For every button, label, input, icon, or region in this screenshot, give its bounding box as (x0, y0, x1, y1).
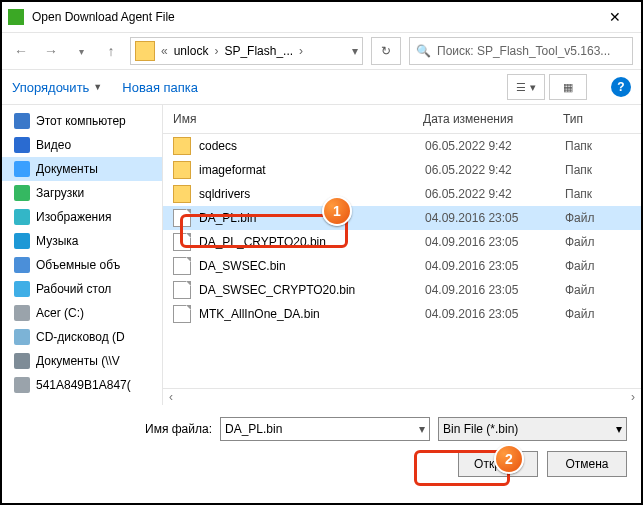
sidebar-item[interactable]: Музыка (2, 229, 162, 253)
organize-label: Упорядочить (12, 80, 89, 95)
file-type: Файл (565, 307, 641, 321)
sidebar: Этот компьютерВидеоДокументыЗагрузкиИзоб… (2, 105, 163, 405)
sidebar-item[interactable]: Этот компьютер (2, 109, 162, 133)
sidebar-item[interactable]: Видео (2, 133, 162, 157)
file-icon (173, 305, 191, 323)
list-item[interactable]: DA_SWSEC.bin04.09.2016 23:05Файл (163, 254, 641, 278)
folder-icon (173, 161, 191, 179)
sidebar-label: Acer (C:) (36, 306, 84, 320)
cancel-button[interactable]: Отмена (547, 451, 627, 477)
sidebar-item[interactable]: Документы (\\V (2, 349, 162, 373)
list-rows: codecs06.05.2022 9:42Папкimageformat06.0… (163, 134, 641, 388)
sidebar-item[interactable]: 541A849B1A847( (2, 373, 162, 397)
folder-icon (173, 185, 191, 203)
file-icon (173, 281, 191, 299)
sidebar-item[interactable]: Документы (2, 157, 162, 181)
list-item[interactable]: DA_PL_CRYPTO20.bin04.09.2016 23:05Файл (163, 230, 641, 254)
sidebar-icon (14, 305, 30, 321)
file-name: imageformat (199, 163, 425, 177)
file-type: Файл (565, 211, 641, 225)
search-box[interactable]: 🔍 Поиск: SP_Flash_Tool_v5.163... (409, 37, 633, 65)
chevron-down-icon[interactable]: ▾ (419, 422, 425, 436)
file-icon (173, 233, 191, 251)
folder-icon (173, 137, 191, 155)
sidebar-item[interactable]: Объемные объ (2, 253, 162, 277)
sidebar-label: 541A849B1A847( (36, 378, 131, 392)
help-button[interactable]: ? (611, 77, 631, 97)
close-button[interactable]: ✕ (595, 9, 635, 25)
file-name: DA_PL_CRYPTO20.bin (199, 235, 425, 249)
folder-icon (135, 41, 155, 61)
sidebar-icon (14, 185, 30, 201)
scroll-left-icon[interactable]: ‹ (163, 390, 179, 404)
filetype-value: Bin File (*.bin) (443, 422, 518, 436)
list-item[interactable]: sqldrivers06.05.2022 9:42Папк (163, 182, 641, 206)
col-date[interactable]: Дата изменения (423, 112, 563, 126)
filetype-select[interactable]: Bin File (*.bin) ▾ (438, 417, 627, 441)
file-list: Имя Дата изменения Тип codecs06.05.2022 … (163, 105, 641, 405)
refresh-button[interactable]: ↻ (371, 37, 401, 65)
list-item[interactable]: codecs06.05.2022 9:42Папк (163, 134, 641, 158)
new-folder-label: Новая папка (122, 80, 198, 95)
sidebar-item[interactable]: Загрузки (2, 181, 162, 205)
sidebar-icon (14, 329, 30, 345)
title-bar: Open Download Agent File ✕ (2, 2, 641, 32)
file-icon (173, 209, 191, 227)
file-date: 04.09.2016 23:05 (425, 283, 565, 297)
sidebar-item[interactable]: CD-дисковод (D (2, 325, 162, 349)
sidebar-item[interactable]: Изображения (2, 205, 162, 229)
filename-input[interactable]: DA_PL.bin ▾ (220, 417, 430, 441)
sidebar-icon (14, 233, 30, 249)
sidebar-label: Видео (36, 138, 71, 152)
annotation-badge-1: 1 (322, 196, 352, 226)
list-item[interactable]: MTK_AllInOne_DA.bin04.09.2016 23:05Файл (163, 302, 641, 326)
recent-button[interactable]: ▾ (70, 40, 92, 62)
list-item[interactable]: DA_PL.bin04.09.2016 23:05Файл (163, 206, 641, 230)
organize-menu[interactable]: Упорядочить ▼ (12, 80, 102, 95)
file-date: 04.09.2016 23:05 (425, 259, 565, 273)
up-button[interactable]: ↑ (100, 40, 122, 62)
sidebar-icon (14, 353, 30, 369)
sidebar-item[interactable]: Acer (C:) (2, 301, 162, 325)
horizontal-scrollbar[interactable]: ‹ › (163, 388, 641, 405)
view-preview-button[interactable]: ▦ (549, 74, 587, 100)
file-name: DA_SWSEC_CRYPTO20.bin (199, 283, 425, 297)
dropdown-icon[interactable]: ▾ (352, 44, 358, 58)
chevron-right-icon: › (299, 44, 303, 58)
search-placeholder: Поиск: SP_Flash_Tool_v5.163... (437, 44, 626, 58)
file-icon (173, 257, 191, 275)
filename-value: DA_PL.bin (225, 422, 282, 436)
file-date: 06.05.2022 9:42 (425, 163, 565, 177)
file-name: codecs (199, 139, 425, 153)
annotation-badge-2: 2 (494, 444, 524, 474)
breadcrumb-item[interactable]: SP_Flash_... (224, 44, 293, 58)
view-details-button[interactable]: ☰ ▾ (507, 74, 545, 100)
sidebar-label: Рабочий стол (36, 282, 111, 296)
scroll-right-icon[interactable]: › (625, 390, 641, 404)
sidebar-label: Этот компьютер (36, 114, 126, 128)
col-name[interactable]: Имя (163, 112, 423, 126)
sidebar-label: CD-дисковод (D (36, 330, 125, 344)
chevron-down-icon[interactable]: ▾ (616, 422, 622, 436)
file-type: Файл (565, 235, 641, 249)
file-name: MTK_AllInOne_DA.bin (199, 307, 425, 321)
address-bar[interactable]: « unlock › SP_Flash_... › ▾ (130, 37, 363, 65)
toolbar: Упорядочить ▼ Новая папка ☰ ▾ ▦ ? (2, 70, 641, 104)
new-folder-button[interactable]: Новая папка (122, 80, 198, 95)
back-button[interactable]: ← (10, 40, 32, 62)
sidebar-label: Объемные объ (36, 258, 120, 272)
list-item[interactable]: DA_SWSEC_CRYPTO20.bin04.09.2016 23:05Фай… (163, 278, 641, 302)
sidebar-icon (14, 377, 30, 393)
sidebar-item[interactable]: Рабочий стол (2, 277, 162, 301)
file-name: DA_SWSEC.bin (199, 259, 425, 273)
list-item[interactable]: imageformat06.05.2022 9:42Папк (163, 158, 641, 182)
col-type[interactable]: Тип (563, 112, 641, 126)
sidebar-icon (14, 209, 30, 225)
forward-button[interactable]: → (40, 40, 62, 62)
file-type: Папк (565, 163, 641, 177)
filename-label: Имя файла: (16, 422, 212, 436)
file-date: 04.09.2016 23:05 (425, 307, 565, 321)
breadcrumb-item[interactable]: unlock (174, 44, 209, 58)
file-name: sqldrivers (199, 187, 425, 201)
view-controls: ☰ ▾ ▦ (507, 74, 587, 100)
